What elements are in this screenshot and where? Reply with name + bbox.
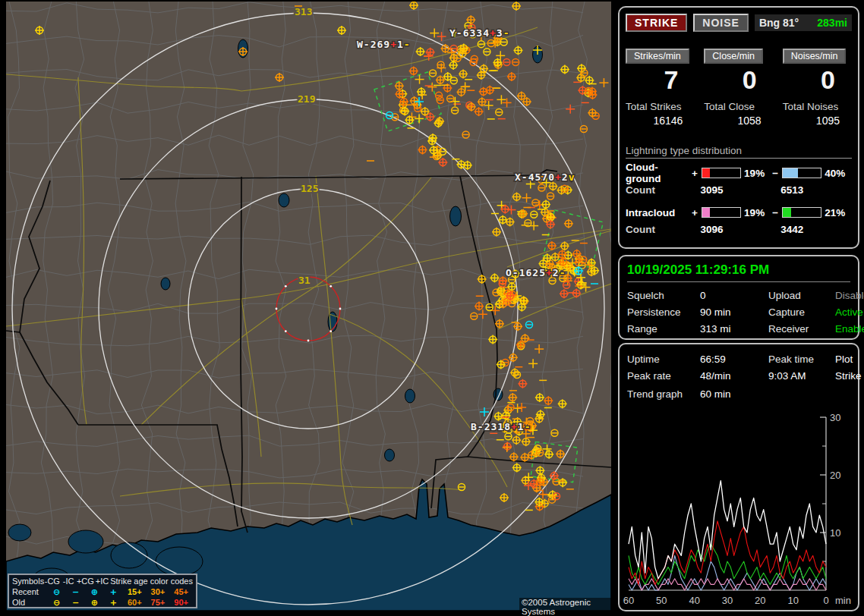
peak-time-value: 9:03 AM — [768, 370, 835, 382]
svg-text:X-4570+2v: X-4570+2v — [515, 171, 575, 183]
legend-col-neg-cg: -CG — [44, 576, 60, 587]
svg-text:0: 0 — [823, 595, 828, 606]
trend-panel: Uptime 66:59 Peak time Plot Peak rate 48… — [618, 343, 859, 611]
squelch-label: Squelch — [627, 290, 700, 301]
svg-text:60: 60 — [623, 595, 634, 606]
uptime-value: 66:59 — [700, 354, 768, 365]
intracloud-count-row: Count 3096 3442 — [626, 224, 852, 237]
circled-minus-icon: ⊖ — [47, 597, 66, 608]
persistence-label: Persistence — [627, 306, 700, 318]
pos-cg-count: 3095 — [701, 184, 772, 198]
strikes-column: Strikes/min 7 Total Strikes 16146 — [626, 49, 695, 127]
neg-cg-bar — [782, 168, 821, 178]
upload-label: Upload — [768, 290, 835, 301]
bearing-display: Bng 81° 283mi — [755, 14, 852, 31]
peak-time-label: Peak time — [768, 354, 835, 365]
pos-ic-bar — [702, 207, 741, 218]
svg-text:40: 40 — [689, 595, 699, 606]
noises-per-min-button[interactable]: Noises/min — [783, 49, 847, 64]
receiver-label: Receiver — [768, 323, 835, 335]
close-column: Close/min 0 Total Close 1058 — [704, 49, 773, 127]
legend-recent-label: Recent — [12, 586, 47, 598]
plus-sign: + — [691, 168, 699, 179]
svg-text:30: 30 — [830, 412, 840, 423]
neg-cg-count: 6513 — [780, 184, 852, 198]
cloud-ground-label: Cloud-ground — [626, 162, 691, 184]
close-per-min-button[interactable]: Close/min — [704, 49, 763, 64]
age-60: 60+ — [123, 597, 147, 608]
intracloud-row: Intracloud + 19% − 21% — [626, 204, 852, 221]
svg-text:10: 10 — [787, 595, 798, 606]
squelch-value: 0 — [700, 290, 768, 301]
uptime-label: Uptime — [627, 354, 700, 365]
svg-text:30: 30 — [722, 595, 733, 606]
legend-header-row: Symbols -CG -IC +CG +IC Strike age color… — [12, 576, 193, 586]
count-label: Count — [626, 224, 692, 237]
upload-status: Disabled — [835, 290, 864, 301]
range-label: Range — [627, 323, 700, 335]
age-15: 15+ — [123, 586, 147, 598]
count-label: Count — [626, 184, 692, 198]
copyright-text: ©2005 Astrogenic Systems — [519, 598, 611, 616]
pos-cg-pct: 19% — [744, 168, 771, 179]
distribution-title: Lightning type distribution — [626, 145, 852, 159]
legend-recent-row: Recent ⊖ − ⊕ + 15+ 30+ 45+ — [12, 586, 193, 597]
total-noises-label: Total Noises — [783, 101, 852, 112]
legend-col-neg-ic: -IC — [61, 576, 77, 587]
age-30: 30+ — [147, 586, 170, 598]
svg-text:O-1625+2-: O-1625+2- — [506, 267, 566, 278]
svg-text:50: 50 — [656, 595, 667, 606]
svg-text:min: min — [835, 595, 851, 606]
lightning-map[interactable]: 31321912531W-269+1-Y-6334+3-X-4570+2vO-1… — [6, 2, 611, 611]
legend-old-row: Old ⊖ − ⊕ + 60+ 75+ 90+ — [12, 597, 193, 608]
legend-col-pos-cg: +CG — [77, 576, 94, 587]
svg-text:W-269+1-: W-269+1- — [357, 39, 411, 50]
svg-text:20: 20 — [830, 470, 840, 481]
intracloud-label: Intracloud — [626, 207, 691, 218]
app-window: 31321912531W-269+1-Y-6334+3-X-4570+2vO-1… — [0, 0, 864, 616]
neg-ic-bar — [782, 207, 821, 218]
strikes-per-min-button[interactable]: Strikes/min — [626, 49, 689, 64]
svg-text:10: 10 — [830, 527, 840, 539]
minus-icon: − — [66, 586, 85, 598]
plus-icon: + — [104, 586, 123, 598]
pos-ic-count: 3096 — [701, 224, 772, 237]
minus-sign: − — [771, 168, 780, 179]
noises-column: Noises/min 0 Total Noises 1095 — [783, 49, 852, 127]
status-panel: 10/19/2025 11:29:16 PM Squelch 0 Upload … — [618, 255, 859, 340]
peak-rate-label: Peak rate — [627, 370, 700, 382]
map-canvas: 31321912531W-269+1-Y-6334+3-X-4570+2vO-1… — [6, 2, 611, 611]
bearing-label: Bng 81° — [759, 17, 799, 29]
total-strikes-label: Total Strikes — [626, 101, 695, 112]
plot-mode-value: Strike — [835, 370, 862, 382]
pos-ic-pct: 19% — [744, 207, 771, 218]
minus-sign: − — [771, 207, 780, 218]
capture-status: Active — [835, 306, 864, 318]
strike-stats-panel: STRIKE NOISE Bng 81° 283mi Strikes/min 7… — [618, 6, 859, 249]
neg-ic-pct: 21% — [825, 207, 852, 218]
neg-ic-count: 3442 — [780, 224, 852, 237]
age-90: 90+ — [169, 597, 193, 608]
plot-label: Plot — [835, 354, 862, 365]
svg-text:20: 20 — [755, 595, 765, 606]
plus-sign: + — [691, 207, 699, 218]
persistence-value: 90 min — [700, 306, 768, 318]
legend-symbols-label: Symbols — [12, 576, 44, 587]
receiver-status: Enabled — [835, 323, 864, 335]
minus-icon: − — [66, 597, 85, 608]
circled-minus-icon: ⊖ — [47, 586, 66, 598]
pos-cg-bar — [702, 168, 741, 178]
circled-plus-icon: ⊕ — [85, 597, 104, 608]
peak-rate-value: 48/min — [700, 370, 768, 382]
noise-button[interactable]: NOISE — [693, 14, 749, 32]
age-75: 75+ — [147, 597, 170, 608]
cloud-ground-count-row: Count 3095 6513 — [626, 184, 852, 198]
noises-per-min-value: 0 — [783, 65, 852, 95]
svg-text:313: 313 — [295, 6, 312, 17]
total-close-label: Total Close — [704, 101, 773, 112]
svg-text:125: 125 — [301, 183, 318, 194]
legend-age-title: Strike age color codes — [110, 576, 193, 587]
strike-button[interactable]: STRIKE — [626, 14, 687, 32]
age-45: 45+ — [169, 586, 193, 598]
total-strikes-value: 16146 — [626, 115, 695, 127]
